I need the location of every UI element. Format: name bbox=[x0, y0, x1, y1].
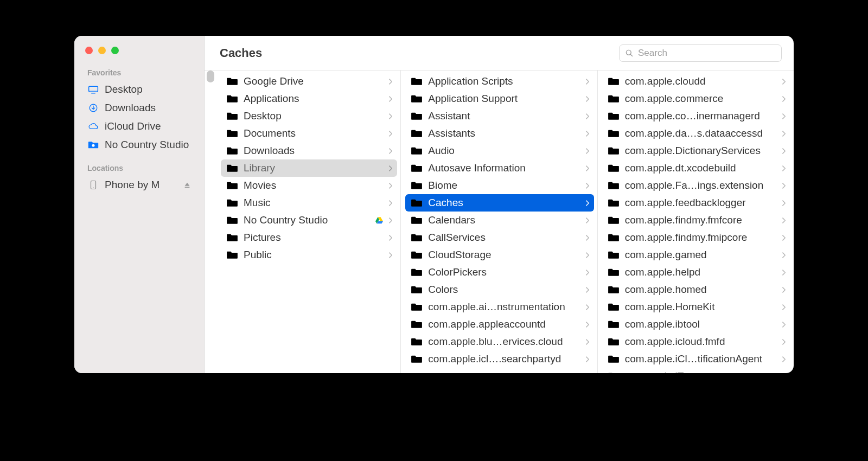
list-item-label: CloudStorage bbox=[428, 249, 580, 261]
list-item[interactable]: com.apple.blu…ervices.cloud bbox=[405, 333, 593, 350]
list-item[interactable]: com.apple.gamed bbox=[602, 246, 790, 264]
list-item[interactable]: Documents bbox=[221, 125, 397, 142]
list-item[interactable]: com.apple.ai…nstrumentation bbox=[405, 298, 593, 316]
chevron-right-icon bbox=[586, 96, 590, 102]
list-item[interactable]: Application Support bbox=[405, 90, 593, 107]
list-item[interactable]: Application Scripts bbox=[405, 73, 593, 90]
folder-icon bbox=[411, 146, 423, 156]
folder-icon bbox=[411, 233, 423, 242]
list-item[interactable]: com.apple.findmy.fmipcore bbox=[602, 229, 790, 246]
list-item[interactable]: com.apple.cloudd bbox=[602, 73, 790, 90]
list-item[interactable]: Biome bbox=[405, 177, 593, 194]
list-item[interactable]: com.apple.DictionaryServices bbox=[602, 142, 790, 159]
list-item[interactable]: Downloads bbox=[221, 142, 397, 159]
chevron-right-icon bbox=[782, 165, 786, 171]
list-item[interactable]: Assistants bbox=[405, 125, 593, 142]
list-item-label: Applications bbox=[244, 93, 384, 105]
list-item[interactable]: com.apple.iTunes bbox=[602, 368, 790, 373]
chevron-right-icon bbox=[586, 148, 590, 154]
minimize-button[interactable] bbox=[98, 47, 106, 54]
list-item[interactable]: com.apple.homed bbox=[602, 281, 790, 298]
list-item[interactable]: CallServices bbox=[405, 229, 593, 246]
chevron-right-icon bbox=[586, 287, 590, 293]
chevron-right-icon bbox=[389, 183, 393, 189]
sidebar-item[interactable]: No Country Studio bbox=[80, 136, 199, 154]
list-item[interactable]: com.apple.iCl…tificationAgent bbox=[602, 350, 790, 368]
chevron-right-icon bbox=[782, 148, 786, 154]
list-item-label: com.apple.feedbacklogger bbox=[625, 197, 777, 209]
list-item[interactable]: com.apple.appleaccountd bbox=[405, 316, 593, 333]
list-item-label: Assistants bbox=[428, 127, 580, 139]
list-item[interactable]: com.apple.co…inermanagerd bbox=[602, 107, 790, 125]
sidebar-item[interactable]: iCloud Drive bbox=[80, 117, 199, 136]
list-item-label: com.apple.commerce bbox=[625, 93, 777, 105]
column: Google DriveApplicationsDesktopDocuments… bbox=[205, 71, 401, 373]
chevron-right-icon bbox=[782, 270, 786, 276]
list-item[interactable]: com.apple.ibtool bbox=[602, 316, 790, 333]
list-item[interactable]: Library bbox=[221, 159, 397, 177]
list-item[interactable]: com.apple.findmy.fmfcore bbox=[602, 212, 790, 229]
list-item[interactable]: Pictures bbox=[221, 229, 397, 246]
column-browser: Google DriveApplicationsDesktopDocuments… bbox=[205, 71, 794, 373]
list-item[interactable]: com.apple.Fa…ings.extension bbox=[602, 177, 790, 194]
folder-icon bbox=[226, 111, 238, 121]
search-field[interactable] bbox=[619, 44, 782, 62]
list-item[interactable]: Movies bbox=[221, 177, 397, 194]
chevron-right-icon bbox=[586, 165, 590, 171]
fullscreen-button[interactable] bbox=[111, 47, 119, 54]
list-item[interactable]: com.apple.icl….searchpartyd bbox=[405, 350, 593, 368]
list-item[interactable]: Calendars bbox=[405, 212, 593, 229]
list-item[interactable]: Desktop bbox=[221, 107, 397, 125]
list-item[interactable]: CloudStorage bbox=[405, 246, 593, 264]
folder-icon bbox=[411, 129, 423, 138]
list-item-label: Biome bbox=[428, 180, 580, 191]
sidebar-item-label: Downloads bbox=[105, 102, 156, 114]
list-item[interactable]: Assistant bbox=[405, 107, 593, 125]
list-item[interactable]: Audio bbox=[405, 142, 593, 159]
sidebar-section-header: Favorites bbox=[80, 68, 199, 80]
sidebar-item[interactable]: Downloads bbox=[80, 99, 199, 117]
sidebar-item[interactable]: Phone by M bbox=[80, 176, 199, 194]
list-item[interactable]: Music bbox=[221, 194, 397, 212]
folder-icon bbox=[411, 337, 423, 347]
folder-icon bbox=[608, 337, 620, 347]
eject-icon[interactable] bbox=[183, 181, 191, 189]
list-item-label: com.apple.icl….searchpartyd bbox=[428, 353, 580, 365]
list-item[interactable]: No Country Studio bbox=[221, 212, 397, 229]
folder-icon bbox=[608, 233, 620, 242]
search-input[interactable] bbox=[638, 48, 776, 59]
column: com.apple.clouddcom.apple.commercecom.ap… bbox=[598, 71, 794, 373]
list-item-label: com.apple.blu…ervices.cloud bbox=[428, 336, 580, 348]
scrollbar-thumb[interactable] bbox=[207, 71, 214, 82]
window-title: Caches bbox=[216, 46, 262, 60]
list-item[interactable]: Applications bbox=[221, 90, 397, 107]
folder-icon bbox=[226, 181, 238, 190]
list-item[interactable]: Colors bbox=[405, 281, 593, 298]
list-item[interactable]: Caches bbox=[405, 194, 593, 212]
close-button[interactable] bbox=[85, 47, 93, 54]
chevron-right-icon bbox=[782, 304, 786, 310]
list-item[interactable]: ColorPickers bbox=[405, 264, 593, 281]
chevron-right-icon bbox=[586, 113, 590, 119]
list-item[interactable]: com.apple.icloud.fmfd bbox=[602, 333, 790, 350]
list-item[interactable]: com.apple.dt.xcodebuild bbox=[602, 159, 790, 177]
chevron-right-icon bbox=[782, 252, 786, 258]
list-item[interactable]: com.apple.commerce bbox=[602, 90, 790, 107]
list-item-label: com.apple.ai…nstrumentation bbox=[428, 301, 580, 313]
list-item[interactable]: com.apple.da…s.dataaccessd bbox=[602, 125, 790, 142]
chevron-right-icon bbox=[389, 148, 393, 154]
list-item[interactable]: Autosave Information bbox=[405, 159, 593, 177]
list-item-label: com.apple.DictionaryServices bbox=[625, 145, 777, 157]
chevron-right-icon bbox=[389, 131, 393, 137]
list-item[interactable]: com.apple.feedbacklogger bbox=[602, 194, 790, 212]
sidebar-item[interactable]: Desktop bbox=[80, 80, 199, 99]
folder-icon bbox=[226, 163, 238, 173]
list-item[interactable]: Google Drive bbox=[221, 73, 397, 90]
folder-icon bbox=[411, 250, 423, 260]
list-item-label: com.apple.findmy.fmipcore bbox=[625, 232, 777, 244]
chevron-right-icon bbox=[389, 200, 393, 206]
folder-icon bbox=[411, 94, 423, 104]
list-item[interactable]: com.apple.HomeKit bbox=[602, 298, 790, 316]
list-item[interactable]: com.apple.helpd bbox=[602, 264, 790, 281]
list-item[interactable]: Public bbox=[221, 246, 397, 264]
